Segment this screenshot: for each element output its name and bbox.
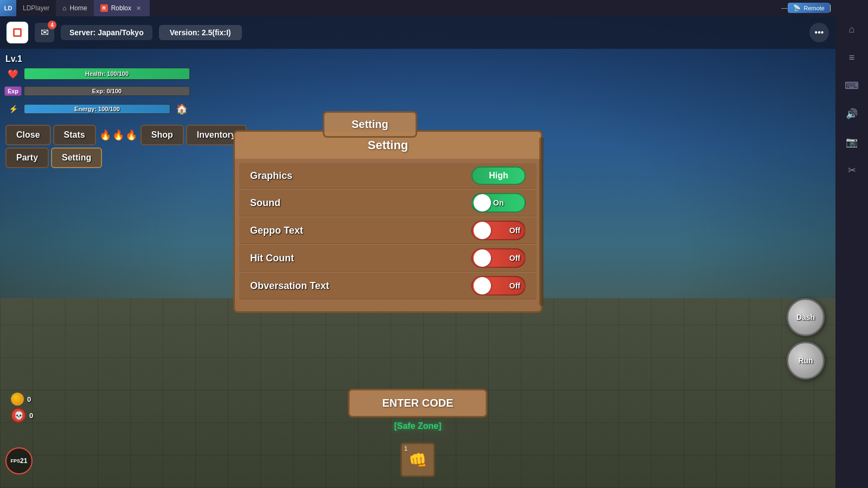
fire-icon-3: 🔥 — [125, 129, 137, 141]
obversation-label: Obversation Text — [250, 280, 471, 292]
heart-icon: ❤️ — [5, 66, 21, 81]
skull-coin-item: 💀 0 — [11, 408, 33, 423]
panel-scrollbar[interactable] — [539, 137, 544, 306]
obversation-toggle-knob — [474, 277, 491, 294]
notification-badge: 4 — [48, 21, 56, 29]
hotbar-slot-1[interactable]: 1 👊 — [400, 442, 435, 477]
exp-bar-background: Exp: 0/100 — [24, 86, 190, 96]
skull-coin-count: 0 — [29, 412, 33, 420]
geppo-toggle-text: Off — [509, 226, 520, 235]
roblox-logo — [7, 22, 28, 43]
health-bar-text: Health: 100/100 — [24, 68, 189, 79]
sound-toggle[interactable]: On — [471, 193, 526, 213]
gold-coin-count: 0 — [27, 395, 31, 403]
action-buttons: Dash Run — [787, 298, 825, 380]
server-info: Server: Japan/Tokyo — [61, 25, 152, 40]
safe-zone-text: [Safe Zone] — [394, 421, 441, 431]
close-button[interactable]: Close — [5, 125, 51, 145]
notification-button[interactable]: ✉ 4 — [35, 23, 54, 42]
obversation-toggle[interactable]: Off — [471, 276, 526, 296]
notification-icon: ✉ — [41, 27, 49, 38]
hit-count-label: Hit Count — [250, 253, 471, 264]
obversation-row: Obversation Text Off — [239, 273, 537, 299]
remote-button[interactable]: 📡 Remote — [788, 3, 830, 13]
party-button[interactable]: Party — [5, 147, 49, 168]
sound-row: Sound On — [239, 190, 537, 216]
fps-display: FPS21 — [5, 447, 33, 474]
dash-button[interactable]: Dash — [787, 298, 825, 336]
remote-icon: 📡 — [793, 4, 801, 11]
graphics-toggle[interactable]: High — [471, 166, 526, 185]
sidebar-icon-menu[interactable]: ≡ — [839, 44, 865, 70]
hotbar: 1 👊 — [400, 442, 435, 477]
health-bar-background: Health: 100/100 — [24, 68, 190, 80]
nav-row-2: Party Setting — [5, 147, 247, 168]
sidebar-icon-screenshot[interactable]: ✂ — [839, 157, 865, 183]
setting-panel: Setting Graphics High Sound On Geppo Tex… — [233, 130, 542, 313]
roblox-tab-label: Roblox — [111, 4, 131, 12]
game-ui: ✉ 4 Server: Japan/Tokyo Version: 2.5(fix… — [0, 16, 835, 488]
player-level: Lv.1 — [5, 54, 190, 64]
remote-label: Remote — [803, 5, 825, 11]
enter-code-button[interactable]: ENTER CODE — [348, 389, 487, 418]
energy-bar-row: ⚡ Energy: 100/100 🏠 — [5, 101, 190, 117]
roblox-tab-icon: R — [100, 4, 108, 12]
exp-icon: Exp — [5, 84, 21, 99]
run-button[interactable]: Run — [787, 342, 825, 380]
stats-button[interactable]: Stats — [53, 125, 96, 145]
gold-coin-item: 0 — [11, 393, 33, 406]
energy-icon: ⚡ — [5, 101, 21, 117]
stats-panel: Lv.1 ❤️ Health: 100/100 Exp Exp: 0/100 ⚡ — [5, 54, 190, 119]
titlebar: LD LDPlayer ⌂ Home R Roblox ✕ — ⬜ ⚙ ⬜ — [0, 0, 835, 16]
app-name: LDPlayer — [16, 4, 56, 12]
sidebar-icon-camera[interactable]: 📷 — [839, 129, 865, 155]
geppo-toggle[interactable]: Off — [471, 221, 526, 240]
svg-rect-2 — [15, 30, 20, 35]
gold-coin-icon — [11, 393, 24, 406]
sidebar-icon-home[interactable]: ⌂ — [839, 16, 865, 42]
home-tab[interactable]: ⌂ Home — [56, 0, 93, 16]
hit-count-toggle-text: Off — [509, 254, 520, 262]
ldplayer-logo: LD — [0, 0, 16, 16]
version-info: Version: 2.5(fix:I) — [159, 25, 242, 40]
graphics-row: Graphics High — [239, 163, 537, 189]
shop-button[interactable]: Shop — [141, 125, 184, 145]
fist-icon: 👊 — [409, 451, 427, 469]
exp-bar-row: Exp Exp: 0/100 — [5, 84, 190, 99]
home-button[interactable]: 🏠 — [174, 101, 190, 117]
more-options-button[interactable]: ••• — [809, 23, 829, 42]
fire-icons: 🔥 🔥 🔥 — [98, 125, 138, 145]
fps-circle: FPS21 — [5, 447, 33, 474]
sidebar-icon-volume[interactable]: 🔊 — [839, 101, 865, 127]
roblox-tab[interactable]: R Roblox ✕ — [94, 0, 150, 16]
skull-icon: 💀 — [11, 408, 26, 423]
health-bar-row: ❤️ Health: 100/100 — [5, 66, 190, 81]
geppo-toggle-knob — [474, 222, 491, 239]
energy-bar-background: Energy: 100/100 — [24, 104, 170, 114]
geppo-label: Geppo Text — [250, 225, 471, 236]
sidebar-icon-keyboard[interactable]: ⌨ — [839, 73, 865, 99]
hit-count-row: Hit Count Off — [239, 245, 537, 272]
graphics-label: Graphics — [250, 170, 471, 182]
enter-code-label: ENTER CODE — [382, 397, 453, 409]
top-bar: ✉ 4 Server: Japan/Tokyo Version: 2.5(fix… — [0, 16, 835, 49]
graphics-value: High — [489, 171, 508, 180]
sound-toggle-knob — [474, 194, 491, 211]
obversation-toggle-text: Off — [509, 281, 520, 290]
sound-toggle-text: On — [493, 198, 503, 207]
setting-tab-header: Setting — [323, 111, 417, 138]
nav-row-1: Close Stats 🔥 🔥 🔥 Shop Inventory — [5, 125, 247, 145]
home-icon: ⌂ — [62, 4, 66, 12]
roblox-tab-close[interactable]: ✕ — [135, 4, 143, 12]
exp-bar-text: Exp: 0/100 — [24, 87, 189, 95]
fire-icon-2: 🔥 — [112, 129, 124, 141]
setting-button[interactable]: Setting — [51, 147, 102, 168]
hit-count-toggle-knob — [474, 249, 491, 267]
hit-count-toggle[interactable]: Off — [471, 248, 526, 268]
geppo-row: Geppo Text Off — [239, 217, 537, 244]
energy-bar-text: Energy: 100/100 — [24, 105, 170, 113]
slot-number: 1 — [404, 445, 407, 452]
sound-label: Sound — [250, 197, 471, 209]
fire-icon-1: 🔥 — [99, 129, 111, 141]
nav-buttons: Close Stats 🔥 🔥 🔥 Shop Inventory Party S… — [5, 125, 247, 170]
